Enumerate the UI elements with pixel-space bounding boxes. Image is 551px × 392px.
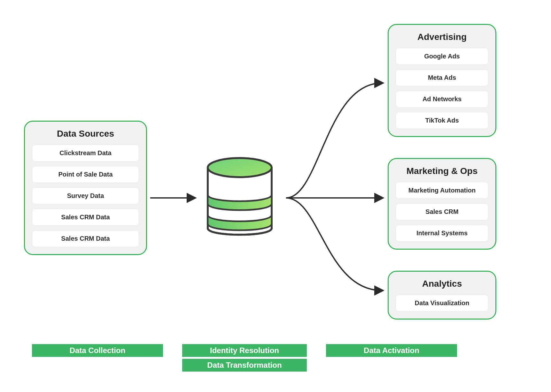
list-item: Data Visualization — [396, 295, 488, 312]
list-item: Sales CRM Data — [32, 230, 139, 247]
panel-marketing-ops: Marketing & Ops Marketing Automation Sal… — [388, 158, 496, 250]
list-item: Internal Systems — [396, 225, 488, 242]
list-item: Google Ads — [396, 48, 488, 65]
list-item: Survey Data — [32, 187, 139, 204]
panel-data-sources: Data Sources Clickstream Data Point of S… — [24, 121, 147, 255]
svg-point-0 — [208, 158, 272, 177]
list-item: Sales CRM — [396, 203, 488, 220]
panel-title-analytics: Analytics — [396, 279, 488, 289]
database-icon — [201, 153, 278, 244]
list-item: Marketing Automation — [396, 182, 488, 199]
footer-label-data-collection: Data Collection — [32, 344, 163, 357]
list-item: TikTok Ads — [396, 112, 488, 129]
arrow-db-to-analytics — [286, 198, 382, 290]
footer-label-data-activation: Data Activation — [326, 344, 457, 357]
footer-label-identity-resolution: Identity Resolution — [182, 344, 307, 357]
panel-title-marketing-ops: Marketing & Ops — [396, 166, 488, 176]
footer-label-data-transformation: Data Transformation — [182, 359, 307, 372]
list-item: Clickstream Data — [32, 145, 139, 162]
list-item: Sales CRM Data — [32, 209, 139, 226]
panel-title-advertising: Advertising — [396, 32, 488, 42]
panel-advertising: Advertising Google Ads Meta Ads Ad Netwo… — [388, 24, 496, 137]
panel-analytics: Analytics Data Visualization — [388, 271, 496, 320]
list-item: Ad Networks — [396, 91, 488, 108]
arrow-db-to-advertising — [286, 83, 382, 198]
list-item: Point of Sale Data — [32, 166, 139, 183]
panel-title-data-sources: Data Sources — [32, 129, 139, 139]
list-item: Meta Ads — [396, 69, 488, 86]
